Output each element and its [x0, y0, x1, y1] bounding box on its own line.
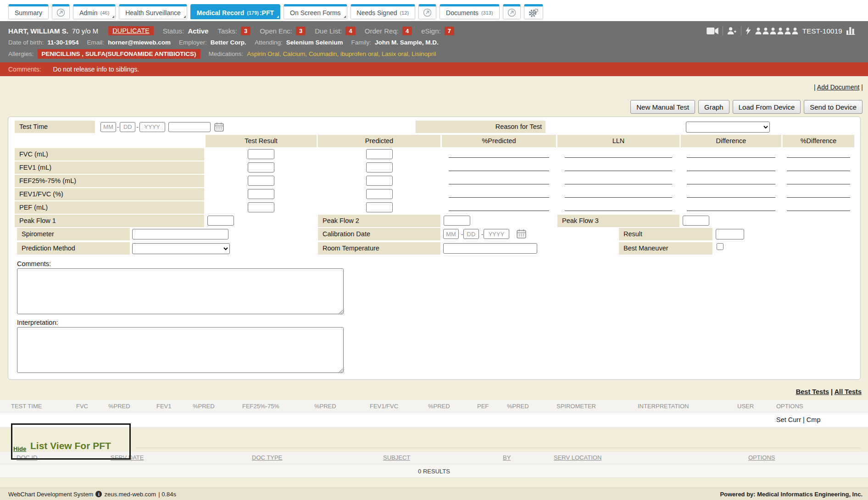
- fvc-test-result-input[interactable]: [248, 149, 274, 159]
- tasks-label: Tasks:: [217, 27, 237, 35]
- person-icon[interactable]: [755, 28, 762, 34]
- results-col-pct-pred-4: %PRED: [428, 403, 450, 410]
- peak-flow-2-input[interactable]: [444, 216, 470, 226]
- spirometer-input[interactable]: [132, 229, 228, 239]
- person-icon[interactable]: [777, 28, 784, 34]
- medication-link[interactable]: ibuprofen oral: [340, 50, 382, 57]
- doc-col-doc-type[interactable]: DOC TYPE: [252, 454, 282, 461]
- tab-admin[interactable]: Admin (46): [73, 4, 116, 19]
- medication-link[interactable]: Lisinopril: [412, 50, 436, 57]
- set-curr-cmp-links[interactable]: Set Curr | Cmp: [776, 416, 820, 423]
- duplicate-badge[interactable]: DUPLICATE: [108, 26, 153, 35]
- best-tests-link[interactable]: Best Tests: [796, 388, 829, 395]
- load-from-device-button[interactable]: Load From Device: [733, 100, 801, 114]
- medication-link[interactable]: Aspirin Oral: [247, 50, 283, 57]
- value-line: [449, 188, 549, 198]
- reason-for-test-select[interactable]: [686, 122, 770, 133]
- pef-test-result-input[interactable]: [248, 202, 274, 212]
- fev1-predicted-input[interactable]: [366, 162, 393, 172]
- patient-header-row2: Date of birth: 11-30-1954 Email: horner@…: [8, 37, 868, 48]
- station-id: TEST-10019: [802, 27, 842, 35]
- due-list-count-badge[interactable]: 4: [345, 27, 355, 35]
- graph-button[interactable]: Graph: [698, 100, 729, 114]
- medications-list: Aspirin Oral Calcium Coumadin ibuprofen …: [247, 50, 436, 57]
- tab-summary-popout[interactable]: [52, 4, 70, 19]
- tab-needs-signed[interactable]: Needs Signed (12): [351, 4, 416, 19]
- tab-on-screen-forms[interactable]: On Screen Forms: [284, 4, 347, 19]
- info-icon[interactable]: i: [95, 491, 102, 497]
- new-manual-test-button[interactable]: New Manual Test: [630, 100, 695, 114]
- tab-needs-signed-popout[interactable]: [418, 4, 436, 19]
- person-add-icon[interactable]: [727, 27, 737, 34]
- calibration-month-input[interactable]: [443, 229, 459, 239]
- doc-col-serv-location[interactable]: SERV LOCATION: [554, 454, 601, 461]
- person-icon[interactable]: [762, 28, 769, 34]
- status-label: Status:: [163, 27, 184, 35]
- medication-link[interactable]: Coumadin: [309, 50, 340, 57]
- fef-test-result-input[interactable]: [248, 176, 274, 186]
- peak-flow-1-input[interactable]: [207, 216, 234, 226]
- order-req-count-badge[interactable]: 4: [402, 27, 412, 35]
- tab-documents-popout[interactable]: [503, 4, 521, 19]
- open-enc-count-badge[interactable]: 3: [296, 27, 306, 35]
- pef-predicted-input[interactable]: [366, 202, 393, 212]
- fev1fvc-predicted-input[interactable]: [366, 189, 393, 199]
- prediction-row: Prediction Method Room Temperature Best …: [15, 242, 854, 256]
- test-time-input[interactable]: [168, 122, 211, 132]
- fef-predicted-input[interactable]: [366, 176, 393, 186]
- reason-for-test-label: Reason for Test: [416, 121, 545, 133]
- doc-col-subject[interactable]: SUBJECT: [383, 454, 410, 461]
- test-date-day-input[interactable]: [120, 122, 135, 132]
- add-document-link[interactable]: Add Document: [817, 83, 860, 91]
- system-name: WebChart Development System: [8, 491, 93, 498]
- date-separator: -: [461, 231, 463, 238]
- bar-chart-icon[interactable]: [846, 27, 855, 35]
- calendar-icon[interactable]: [214, 122, 224, 132]
- prediction-method-select[interactable]: [132, 243, 230, 254]
- tasks-count-badge[interactable]: 3: [241, 27, 250, 35]
- doc-col-options[interactable]: OPTIONS: [748, 454, 775, 461]
- set-curr-link[interactable]: Set Curr: [776, 416, 801, 423]
- test-time-label: Test Time: [15, 121, 95, 133]
- cmp-link[interactable]: Cmp: [807, 416, 821, 423]
- medication-link[interactable]: Lasix oral: [382, 50, 412, 57]
- all-tests-link[interactable]: All Tests: [835, 388, 862, 395]
- medication-link[interactable]: Calcium: [283, 50, 308, 57]
- calendar-icon[interactable]: [517, 229, 526, 239]
- person-icon[interactable]: [785, 28, 791, 34]
- video-camera-icon[interactable]: [707, 27, 718, 35]
- best-maneuver-checkbox[interactable]: [717, 243, 723, 250]
- esign-label: eSign:: [421, 27, 441, 35]
- doc-col-by[interactable]: BY: [503, 454, 511, 461]
- fvc-predicted-input[interactable]: [366, 149, 393, 159]
- test-date-month-input[interactable]: [100, 122, 116, 132]
- send-to-device-button[interactable]: Send to Device: [804, 100, 862, 114]
- value-line: [565, 201, 672, 211]
- fev1-test-result-cell: [206, 161, 317, 174]
- esign-count-badge[interactable]: 7: [445, 27, 454, 35]
- tab-summary[interactable]: Summary: [8, 4, 49, 19]
- fev1fvc-pct-difference-cell: [783, 188, 854, 200]
- tab-documents[interactable]: Documents (313): [440, 4, 500, 19]
- room-temperature-input[interactable]: [443, 243, 537, 254]
- comments-textarea[interactable]: [17, 268, 344, 314]
- test-date-year-input[interactable]: [139, 122, 165, 132]
- fvc-pct-difference-cell: [783, 148, 854, 161]
- interpretation-textarea[interactable]: [17, 327, 344, 373]
- pef-pct-predicted-cell: [442, 201, 556, 214]
- fev1-test-result-input[interactable]: [248, 162, 274, 172]
- calibration-year-input[interactable]: [484, 229, 509, 239]
- person-icon[interactable]: [770, 28, 776, 34]
- pef-lln-cell: [557, 201, 679, 214]
- tab-medical-record[interactable]: Medical Record (179) :PFT: [190, 4, 280, 19]
- hide-link[interactable]: Hide: [13, 445, 26, 452]
- result-input[interactable]: [716, 229, 744, 239]
- fev1fvc-test-result-input[interactable]: [248, 189, 274, 199]
- person-icon[interactable]: [792, 28, 798, 34]
- lightning-bolt-icon[interactable]: [746, 27, 751, 35]
- allergies-badge[interactable]: PENICILLINS , SULFA(SULFONAMIDE ANTIBIOT…: [38, 49, 200, 59]
- peak-flow-3-input[interactable]: [683, 216, 709, 226]
- calibration-day-input[interactable]: [463, 229, 479, 239]
- tab-health-surveillance[interactable]: Health Surveillance: [119, 4, 187, 19]
- tab-settings[interactable]: [524, 4, 543, 19]
